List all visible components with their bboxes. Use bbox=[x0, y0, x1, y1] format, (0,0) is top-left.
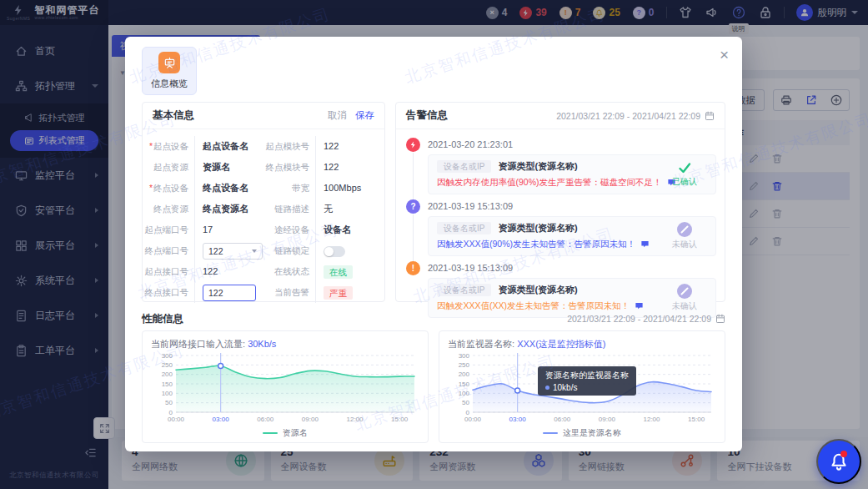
notification-dot bbox=[840, 451, 847, 457]
alarm-date-range[interactable]: 2021/03/21 22:09 - 2021/04/21 22:09 bbox=[556, 111, 715, 121]
alarm-detail-box: 设备名或IP 资源类型(资源名称) 因触发内存使用率值(90%)发生严重告警：磁… bbox=[428, 154, 716, 194]
svg-text:12:00: 12:00 bbox=[346, 416, 364, 423]
field-start-interface: 122 bbox=[203, 261, 263, 282]
alarm-time: 2021-03-19 15:13:09 bbox=[428, 261, 716, 275]
end-port-select[interactable]: 122 bbox=[203, 243, 263, 260]
alarm-detail-box: 设备名或IP 资源类型(资源名称) 因触发XXX值(90%)发生未知告警：告警原… bbox=[428, 216, 716, 256]
svg-text:15:00: 15:00 bbox=[391, 416, 409, 423]
chevron-down-icon bbox=[252, 250, 257, 253]
alarm-message: 因触发内存使用率值(90%)发生严重告警：磁盘空间不足！ bbox=[437, 177, 662, 189]
svg-text:06:00: 06:00 bbox=[257, 416, 274, 423]
end-interface-input[interactable] bbox=[203, 285, 256, 301]
svg-text:15:00: 15:00 bbox=[688, 416, 705, 423]
alarm-message: 因触发XXX值(90%)发生未知告警：告警原因未知！ bbox=[437, 239, 635, 250]
traffic-chart-card: 当前网络接口输入流量: 30Kb/s 05010015020025030000:… bbox=[142, 330, 429, 443]
svg-text:03:00: 03:00 bbox=[509, 416, 527, 423]
online-status-badge: 在线 bbox=[324, 265, 353, 279]
field-end-module: 122 bbox=[324, 157, 384, 178]
alarm-time: 2021-03-19 15:13:09 bbox=[428, 199, 716, 214]
device-chip: 设备名或IP bbox=[437, 222, 491, 234]
alarm-item-critical: 2021-03-20 21:23:01 设备名或IP 资源类型(资源名称) 因触… bbox=[406, 138, 716, 194]
chart-legend: 这里是资源名称 bbox=[448, 427, 716, 439]
performance-title: 性能信息 bbox=[142, 312, 183, 326]
svg-text:09:00: 09:00 bbox=[599, 416, 616, 423]
comment-icon[interactable] bbox=[640, 239, 650, 249]
alarm-time: 2021-03-20 21:23:01 bbox=[428, 138, 716, 152]
current-alarm-badge: 严重 bbox=[324, 286, 353, 300]
link-lock-toggle[interactable] bbox=[324, 246, 345, 257]
warning-alarm-icon: ! bbox=[406, 261, 420, 275]
slash-circle-icon bbox=[677, 222, 692, 237]
app-root: SugerNMS 智和网管平台 www.zhtelecom.com ×4 39 … bbox=[0, 0, 868, 489]
performance-section-header: 性能信息 2021/03/21 22:09 - 2021/04/21 22:09 bbox=[142, 310, 725, 327]
calendar-icon bbox=[715, 314, 725, 324]
alarm-status-unconfirmed[interactable]: 未确认 bbox=[660, 222, 709, 250]
field-start-device: 起点设备名 bbox=[203, 136, 263, 157]
cancel-button[interactable]: 取消 bbox=[328, 109, 347, 122]
device-chip: 设备名或IP bbox=[437, 284, 491, 296]
alarm-status-confirmed[interactable]: 已确认 bbox=[660, 161, 709, 188]
comment-icon[interactable] bbox=[635, 301, 644, 310]
check-icon bbox=[676, 161, 693, 174]
alarm-item-warning: ! 2021-03-19 15:13:09 设备名或IP 资源类型(资源名称) … bbox=[406, 261, 716, 318]
svg-text:50: 50 bbox=[165, 399, 173, 406]
field-start-module: 122 bbox=[324, 136, 384, 157]
alarm-item-unknown: ? 2021-03-19 15:13:09 设备名或IP 资源类型(资源名称) … bbox=[406, 199, 716, 256]
svg-text:250: 250 bbox=[162, 361, 173, 369]
chart-title: 当前网络接口输入流量: 30Kb/s bbox=[151, 338, 419, 350]
svg-text:09:00: 09:00 bbox=[302, 416, 319, 423]
basic-fields-right: 起点模块号 终点模块号 带宽 链路描述 途经设备 链路锁定 在线状态 当前告警 … bbox=[263, 136, 384, 303]
svg-text:00:00: 00:00 bbox=[464, 416, 482, 423]
basic-info-card: 基本信息 取消 保存 *起点设备 起点资源 *终点设备 终点资源 起点端口号 终… bbox=[142, 102, 385, 302]
close-icon[interactable]: × bbox=[720, 47, 729, 63]
tab-info-overview[interactable]: 信息概览 bbox=[142, 47, 197, 95]
field-link-desc: 无 bbox=[324, 199, 384, 219]
calendar-icon bbox=[705, 111, 715, 121]
traffic-line-chart[interactable]: 05010015020025030000:0003:0006:0009:0012… bbox=[151, 350, 421, 424]
svg-text:150: 150 bbox=[459, 381, 470, 388]
notification-fab[interactable] bbox=[816, 439, 861, 484]
svg-text:100: 100 bbox=[162, 390, 173, 397]
field-bandwidth: 100Mbps bbox=[324, 178, 384, 199]
chart-tooltip: 资源名称的监视器名称 10kb/s bbox=[538, 366, 636, 396]
svg-text:50: 50 bbox=[462, 399, 469, 406]
monitor-chart-card: 当前监视器名称: XXX(这是监控指标值) 050100150200250300… bbox=[439, 330, 725, 443]
series-dot bbox=[545, 386, 549, 390]
svg-text:200: 200 bbox=[162, 371, 173, 378]
slash-circle-icon bbox=[677, 284, 692, 299]
chart-legend: 资源名 bbox=[151, 427, 419, 439]
chart-title: 当前监视器名称: XXX(这是监控指标值) bbox=[448, 338, 716, 350]
critical-alarm-icon bbox=[406, 138, 420, 152]
field-via-device: 设备名 bbox=[324, 219, 384, 240]
svg-text:150: 150 bbox=[162, 381, 173, 388]
svg-text:00:00: 00:00 bbox=[168, 416, 185, 423]
info-overview-modal: × 信息概览 基本信息 取消 保存 *起点设备 起点资源 *终点设备 终点资源 bbox=[125, 37, 742, 451]
svg-text:300: 300 bbox=[459, 352, 470, 360]
svg-text:250: 250 bbox=[459, 361, 470, 369]
field-start-port: 17 bbox=[203, 219, 263, 240]
alarm-resource-name: 资源类型(资源名称) bbox=[498, 160, 577, 173]
alarm-resource-name: 资源类型(资源名称) bbox=[498, 222, 577, 234]
field-start-resource: 资源名 bbox=[203, 157, 263, 178]
alarm-info-card: 告警信息 2021/03/21 22:09 - 2021/04/21 22:09… bbox=[395, 102, 725, 302]
svg-text:200: 200 bbox=[459, 371, 470, 378]
alarm-resource-name: 资源类型(资源名称) bbox=[498, 284, 577, 296]
basic-info-title: 基本信息 bbox=[153, 108, 194, 123]
performance-date-range[interactable]: 2021/03/21 22:09 - 2021/04/21 22:09 bbox=[567, 314, 725, 324]
board-icon bbox=[158, 52, 180, 73]
alarm-info-title: 告警信息 bbox=[406, 108, 448, 123]
field-end-resource: 终点资源名 bbox=[203, 199, 263, 219]
question-alarm-icon: ? bbox=[406, 199, 420, 214]
save-button[interactable]: 保存 bbox=[355, 109, 374, 122]
svg-text:06:00: 06:00 bbox=[554, 416, 571, 423]
alarm-status-unconfirmed[interactable]: 未确认 bbox=[660, 284, 709, 312]
svg-text:100: 100 bbox=[459, 390, 470, 397]
field-end-device: 终点设备名 bbox=[203, 178, 263, 199]
basic-fields-left: *起点设备 起点资源 *终点设备 终点资源 起点端口号 终点端口号 起点接口号 … bbox=[143, 136, 263, 303]
device-chip: 设备名或IP bbox=[437, 160, 491, 173]
svg-text:03:00: 03:00 bbox=[213, 416, 230, 423]
svg-text:300: 300 bbox=[162, 352, 173, 360]
svg-text:12:00: 12:00 bbox=[643, 416, 660, 423]
